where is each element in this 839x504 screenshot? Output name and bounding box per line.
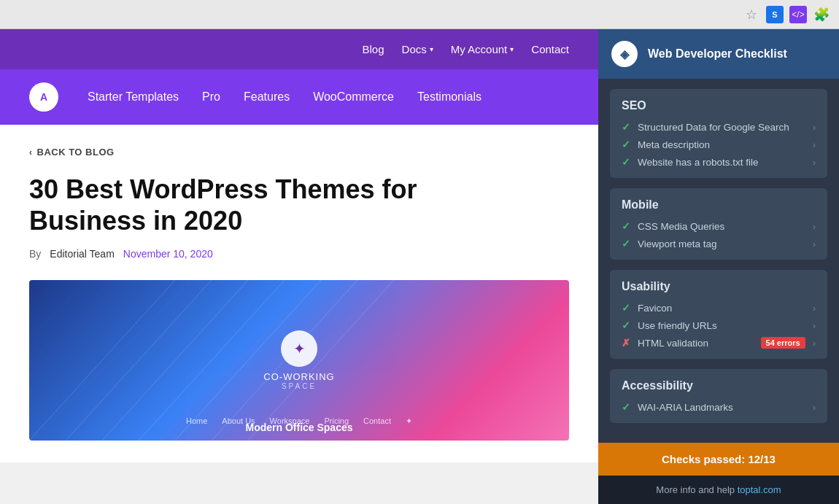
img-nav-twitter: ✦: [406, 416, 412, 426]
check-pass-icon: ✓: [622, 319, 630, 331]
meta-author[interactable]: Editorial Team: [50, 248, 114, 260]
check-friendly-urls-label: Use friendly URLs: [638, 320, 805, 331]
accessibility-section: Accessibility ✓ WAI-ARIA Landmarks ›: [610, 369, 827, 423]
check-arrow-icon: ›: [813, 221, 816, 232]
top-nav-links: Blog Docs ▾ My Account ▾ Contact: [363, 43, 569, 55]
check-pass-icon: ✓: [622, 220, 630, 232]
nav-myaccount[interactable]: My Account ▾: [451, 43, 514, 55]
check-arrow-icon: ›: [813, 338, 816, 349]
site-logo[interactable]: A: [29, 82, 58, 112]
check-structured-data[interactable]: ✓ Structured Data for Google Search ›: [622, 121, 816, 133]
accessibility-section-title: Accessibility: [622, 379, 816, 392]
mobile-section: Mobile ✓ CSS Media Queries › ✓ Viewport …: [610, 188, 827, 260]
check-fail-icon: ✗: [622, 337, 630, 349]
nav-starter-templates[interactable]: Starter Templates: [88, 90, 179, 104]
article-meta: By Editorial Team November 10, 2020: [29, 248, 569, 260]
docs-chevron-icon: ▾: [430, 45, 433, 53]
main-content: Blog Docs ▾ My Account ▾ Contact A Start…: [0, 29, 839, 504]
nav-contact[interactable]: Contact: [531, 43, 569, 55]
check-structured-data-label: Structured Data for Google Search: [638, 122, 805, 133]
s-icon[interactable]: S: [766, 6, 784, 23]
check-viewport-label: Viewport meta tag: [638, 239, 805, 249]
image-brand: Co-Working: [263, 371, 334, 382]
main-nav-links: Starter Templates Pro Features WooCommer…: [88, 90, 482, 104]
panel-title: Web Developer Checklist: [648, 47, 787, 61]
img-nav-contact: Contact: [363, 416, 391, 426]
check-arrow-icon: ›: [813, 139, 816, 150]
web-developer-checklist-panel: ◈ Web Developer Checklist SEO ✓ Structur…: [598, 29, 839, 504]
mobile-section-title: Mobile: [622, 198, 816, 212]
image-sub-brand: SPACE: [282, 382, 317, 390]
star-icon[interactable]: ☆: [743, 6, 760, 23]
check-pass-icon: ✓: [622, 238, 630, 249]
article-image: ✦ Co-Working SPACE Home About Us Workspa…: [29, 280, 569, 441]
check-arrow-icon: ›: [813, 320, 816, 331]
image-tagline: Modern Office Spaces: [245, 422, 352, 433]
check-css-media-label: CSS Media Queries: [638, 221, 805, 232]
checks-passed-bar: Checks passed: 12/13: [598, 443, 839, 476]
check-arrow-icon: ›: [813, 122, 816, 133]
usability-section-title: Usability: [622, 280, 816, 293]
check-viewport[interactable]: ✓ Viewport meta tag ›: [622, 238, 816, 249]
panel-body: SEO ✓ Structured Data for Google Search …: [598, 79, 839, 443]
toptal-link[interactable]: toptal.com: [738, 484, 781, 495]
check-robots-label: Website has a robots.txt file: [638, 157, 805, 168]
article-title: 30 Best WordPress Themes for Business in…: [29, 174, 540, 236]
check-wai-aria-label: WAI-ARIA Landmarks: [638, 402, 805, 413]
footer-text: More info and help: [656, 484, 737, 495]
check-meta-description[interactable]: ✓ Meta description ›: [622, 139, 816, 150]
nav-docs[interactable]: Docs ▾: [402, 43, 433, 55]
puzzle-icon[interactable]: 🧩: [813, 6, 830, 23]
browser-chrome: ☆ S </> 🧩: [0, 0, 839, 29]
check-pass-icon: ✓: [622, 302, 630, 314]
check-favicon[interactable]: ✓ Favicon ›: [622, 302, 816, 314]
seo-section: SEO ✓ Structured Data for Google Search …: [610, 89, 827, 178]
check-wai-aria[interactable]: ✓ WAI-ARIA Landmarks ›: [622, 401, 816, 413]
check-pass-icon: ✓: [622, 156, 630, 168]
nav-testimonials[interactable]: Testimonials: [417, 90, 482, 104]
nav-blog[interactable]: Blog: [363, 43, 384, 55]
account-chevron-icon: ▾: [510, 45, 514, 53]
check-pass-icon: ✓: [622, 139, 630, 150]
nav-woocommerce[interactable]: WooCommerce: [313, 90, 394, 104]
check-robots-txt[interactable]: ✓ Website has a robots.txt file ›: [622, 156, 816, 168]
usability-section: Usability ✓ Favicon › ✓ Use friendly URL…: [610, 270, 827, 359]
main-nav: A Starter Templates Pro Features WooComm…: [0, 69, 598, 125]
image-overlay: ✦ Co-Working SPACE Home About Us Workspa…: [29, 280, 569, 441]
top-nav: Blog Docs ▾ My Account ▾ Contact: [0, 29, 598, 69]
check-friendly-urls[interactable]: ✓ Use friendly URLs ›: [622, 319, 816, 331]
meta-date: November 10, 2020: [123, 248, 213, 260]
nav-features[interactable]: Features: [244, 90, 290, 104]
check-arrow-icon: ›: [813, 239, 816, 249]
check-html-validation[interactable]: ✗ HTML validation 54 errors ›: [622, 337, 816, 349]
check-meta-desc-label: Meta description: [638, 139, 805, 150]
content-area: ‹ BACK TO BLOG 30 Best WordPress Themes …: [0, 125, 598, 462]
code-icon[interactable]: </>: [789, 6, 807, 23]
check-html-validation-label: HTML validation: [638, 338, 752, 349]
panel-footer: More info and help toptal.com: [598, 476, 839, 504]
check-arrow-icon: ›: [813, 157, 816, 168]
logo-area: A: [29, 82, 58, 112]
check-arrow-icon: ›: [813, 303, 816, 314]
meta-by-label: By: [29, 248, 41, 260]
error-badge: 54 errors: [761, 337, 805, 349]
check-favicon-label: Favicon: [638, 303, 805, 314]
seo-section-title: SEO: [622, 99, 816, 112]
website-area: Blog Docs ▾ My Account ▾ Contact A Start…: [0, 29, 598, 504]
back-to-blog-link[interactable]: ‹ BACK TO BLOG: [29, 147, 569, 158]
panel-header: ◈ Web Developer Checklist: [598, 29, 839, 79]
panel-logo: ◈: [611, 41, 638, 67]
back-arrow-icon: ‹: [29, 147, 33, 158]
image-logo: ✦: [281, 330, 317, 367]
check-css-media[interactable]: ✓ CSS Media Queries ›: [622, 220, 816, 232]
check-arrow-icon: ›: [813, 402, 816, 413]
check-pass-icon: ✓: [622, 121, 630, 133]
check-pass-icon: ✓: [622, 401, 630, 413]
nav-pro[interactable]: Pro: [202, 90, 220, 104]
img-nav-home: Home: [186, 416, 207, 426]
